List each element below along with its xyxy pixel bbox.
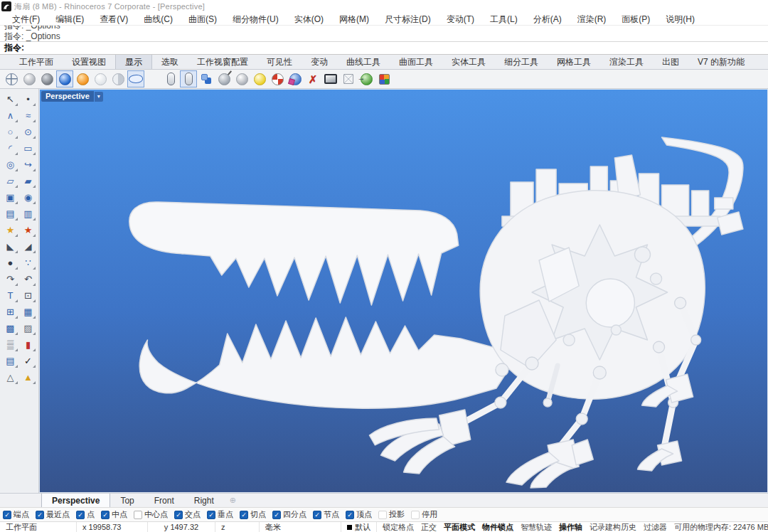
ribbon-tab[interactable]: 显示 (115, 55, 152, 69)
ellipse-icon[interactable]: ⊙ (19, 124, 37, 140)
wireframe-display-icon[interactable] (3, 70, 20, 87)
boom-icon[interactable]: ★ (19, 222, 37, 238)
ribbon-tab[interactable]: 实体工具 (442, 55, 495, 69)
polygon-icon[interactable]: ◎ (1, 156, 19, 173)
menu-item[interactable]: 网格(M) (331, 13, 377, 26)
checkbox[interactable] (346, 511, 354, 519)
ribbon-tab[interactable]: 出图 (653, 55, 688, 69)
wirecube-display-icon[interactable] (340, 70, 357, 87)
osnap-toggle[interactable]: 四分点 (272, 509, 306, 520)
checkbox[interactable] (313, 511, 321, 519)
cplane-button[interactable]: 工作平面 (0, 522, 77, 532)
check-icon[interactable]: ✓ (19, 353, 37, 369)
menu-item[interactable]: 曲线(C) (136, 13, 181, 26)
osnap-toggle[interactable]: 中点 (101, 509, 127, 520)
array-icon[interactable]: ⊞ (1, 304, 19, 320)
surface-icon[interactable]: ▱ (1, 173, 19, 189)
osnap-toggle[interactable]: 顶点 (346, 509, 372, 520)
layout-icon[interactable]: ▤ (1, 353, 19, 369)
rectangle-icon[interactable]: ▭ (19, 140, 37, 156)
ribbon-tab[interactable]: 细分工具 (495, 55, 548, 69)
ribbon-tab[interactable]: 曲线工具 (337, 55, 390, 69)
osnap-toggle[interactable]: 节点 (313, 509, 339, 520)
ribbon-tab[interactable]: 设置视图 (63, 55, 115, 69)
checkbox[interactable] (76, 511, 85, 519)
viewport-tab[interactable]: Right (184, 494, 224, 507)
status-toggle[interactable]: 平面模式 (444, 522, 475, 532)
units[interactable]: 毫米 (260, 522, 341, 532)
pipe-icon[interactable]: ▮ (19, 336, 37, 353)
lamp-icon[interactable]: ▲ (19, 369, 37, 385)
chamfer-edge-icon[interactable]: ◢ (19, 238, 37, 255)
add-viewport-icon[interactable]: ⊕ (224, 494, 242, 507)
fillet-curve-icon[interactable]: ↷ (1, 271, 19, 287)
status-toggle[interactable]: 记录建构历史 (590, 522, 636, 532)
pen-display-icon[interactable] (215, 70, 233, 87)
osnap-toggle[interactable]: 中心点 (134, 509, 168, 520)
technical-display-icon[interactable] (198, 70, 215, 87)
polyline-icon[interactable]: ∧ (1, 107, 19, 124)
status-toggle[interactable]: 操作轴 (559, 522, 582, 532)
color-grid-icon[interactable] (375, 70, 393, 87)
osnap-toggle[interactable]: 交点 (174, 509, 201, 520)
freeform-curve-icon[interactable]: ↪ (19, 156, 37, 173)
array-grid-icon[interactable]: ▒ (1, 336, 19, 353)
cone-icon[interactable]: △ (1, 369, 19, 385)
menu-item[interactable]: 说明(H) (658, 13, 703, 26)
flat-shade-icon[interactable] (358, 70, 375, 87)
status-toggle[interactable]: 智慧轨迹 (521, 522, 552, 532)
ribbon-tab[interactable]: 工作视窗配置 (188, 55, 257, 69)
ghosted-display-icon[interactable] (92, 70, 109, 87)
menu-item[interactable]: 工具(L) (482, 13, 526, 26)
shaded-display-icon[interactable] (21, 70, 38, 87)
osnap-toggle[interactable]: 停用 (411, 509, 437, 520)
ribbon-tab[interactable]: 曲面工具 (390, 55, 442, 69)
checkbox[interactable] (36, 511, 44, 519)
menu-item[interactable]: 尺寸标注(D) (377, 13, 439, 26)
checkbox[interactable] (134, 511, 142, 519)
raytraced-display-icon[interactable] (74, 70, 91, 87)
osnap-toggle[interactable]: 垂点 (207, 509, 233, 520)
rendered-display-icon[interactable] (56, 70, 73, 87)
ribbon-tab[interactable]: 可见性 (257, 55, 302, 69)
checkbox[interactable] (378, 511, 387, 519)
x-coordinate[interactable]: x 19958.73 (77, 522, 148, 532)
ribbon-tab[interactable]: 工作平面 (10, 55, 63, 69)
checkbox[interactable] (174, 511, 183, 519)
command-history[interactable]: 指令: _Options 指令: _Options (0, 26, 768, 42)
status-toggle[interactable]: 过滤器 (644, 522, 667, 532)
curve-icon[interactable]: ≈ (19, 107, 37, 124)
magnet-sphere-icon[interactable] (287, 70, 304, 87)
menu-item[interactable]: 渲染(R) (570, 13, 614, 26)
menu-item[interactable]: 文件(F) (4, 13, 48, 26)
artistic-display-icon[interactable] (127, 70, 144, 87)
solid-box-icon[interactable]: ▩ (1, 320, 19, 336)
layer-pane[interactable]: 默认 (341, 522, 377, 532)
fillet-edge-icon[interactable]: ◣ (1, 238, 19, 255)
menu-item[interactable]: 分析(A) (526, 13, 570, 26)
xray-display-icon[interactable] (110, 70, 127, 87)
target-sphere-icon[interactable] (269, 70, 286, 87)
ribbon-tab[interactable]: V7 的新功能 (688, 55, 754, 69)
viewport[interactable]: Perspective ▾ (39, 89, 768, 493)
shaded-dark-display-icon[interactable] (38, 70, 55, 87)
osnap-toggle[interactable]: 点 (76, 509, 95, 520)
checkbox[interactable] (240, 511, 248, 519)
osnap-toggle[interactable]: 切点 (240, 509, 266, 520)
status-toggle[interactable]: 正交 (421, 522, 437, 532)
monitor-display-icon[interactable] (322, 70, 339, 87)
copy-icon[interactable]: ▦ (19, 304, 37, 320)
menu-item[interactable]: 编辑(E) (48, 13, 92, 26)
matte-sphere-icon[interactable] (233, 70, 250, 87)
ribbon-tab[interactable]: 渲染工具 (600, 55, 653, 69)
viewport-tab[interactable]: Perspective (41, 494, 110, 507)
cylinder-icon[interactable]: ▤ (1, 206, 19, 222)
z-coordinate[interactable]: z (215, 522, 260, 532)
point-icon[interactable]: • (19, 91, 37, 107)
viewport-label[interactable]: Perspective ▾ (41, 91, 103, 102)
menu-item[interactable]: 查看(V) (92, 13, 136, 26)
checkbox[interactable] (101, 511, 110, 519)
osnap-toggle[interactable]: 最近点 (36, 509, 70, 520)
menu-item[interactable]: 面板(P) (614, 13, 658, 26)
yellow-sphere-icon[interactable] (251, 70, 268, 87)
